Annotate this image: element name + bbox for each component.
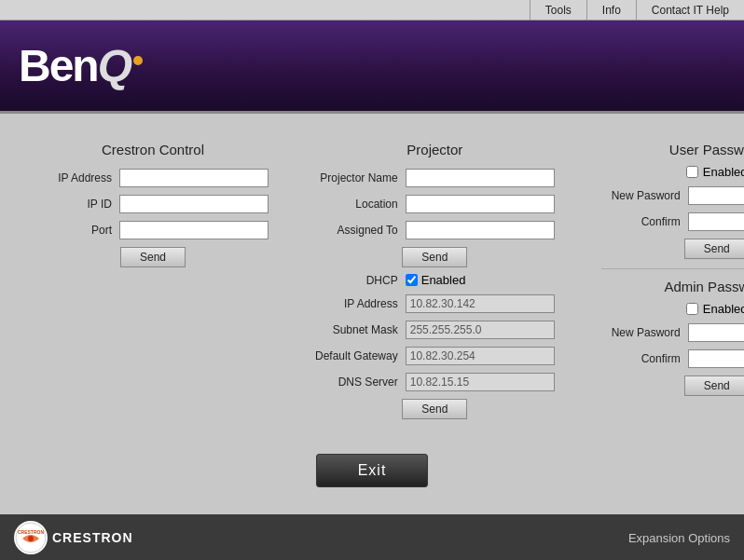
expansion-options-text: Expansion Options	[628, 531, 730, 545]
projector-name-input[interactable]	[406, 169, 555, 187]
proj-dns-label: DNS Server	[324, 376, 398, 389]
exit-area: Exit	[19, 444, 725, 496]
benq-logo: BenQ	[19, 40, 143, 91]
projector-title: Projector	[315, 142, 555, 157]
admin-password-title: Admin Password	[601, 279, 744, 294]
user-send-button[interactable]: Send	[684, 239, 744, 259]
crestron-panel: Crestron Control IP Address IP ID Port S…	[19, 132, 287, 444]
proj-ip-input[interactable]	[406, 294, 555, 313]
ip-address-label: IP Address	[37, 171, 112, 184]
proj-location-label: Location	[324, 198, 398, 211]
proj-dns-input[interactable]	[406, 373, 555, 391]
menu-contact-it[interactable]: Contact IT Help	[636, 0, 744, 20]
projector-location-input[interactable]	[406, 195, 555, 213]
user-password-title: User Password	[601, 142, 744, 157]
admin-newpw-input[interactable]	[688, 323, 744, 342]
projector-panel: Projector Projector Name Location Assign…	[296, 132, 573, 444]
crestron-port-input[interactable]	[119, 221, 269, 239]
proj-gateway-input[interactable]	[406, 347, 555, 365]
projector-send2-button[interactable]: Send	[402, 399, 467, 419]
ip-id-label: IP ID	[37, 198, 112, 211]
user-confirm-label: Confirm	[601, 215, 681, 228]
crestron-ip-input[interactable]	[119, 169, 269, 187]
dhcp-label: DHCP	[324, 274, 398, 287]
admin-enabled-label: Enabled	[703, 302, 744, 316]
admin-password-section: Admin Password Enabled New Pasword Confi…	[601, 279, 744, 396]
user-confirm-input[interactable]	[688, 212, 744, 231]
user-password-section: User Password Enabled New Pasword Confir…	[601, 142, 744, 259]
password-separator	[601, 268, 744, 269]
password-panel: User Password Enabled New Pasword Confir…	[583, 132, 744, 444]
top-menu-bar: Tools Info Contact IT Help	[0, 0, 744, 20]
proj-subnet-input[interactable]	[406, 321, 555, 339]
dhcp-checkbox[interactable]	[406, 274, 418, 286]
svg-point-2	[28, 536, 34, 541]
menu-tools[interactable]: Tools	[530, 0, 586, 20]
user-enabled-label: Enabled	[703, 165, 744, 179]
footer-logo-text: CRESTRON	[52, 530, 133, 545]
admin-newpw-label: New Pasword	[601, 326, 681, 339]
proj-assigned-label: Assigned To	[324, 224, 398, 237]
exit-button[interactable]: Exit	[316, 454, 428, 487]
proj-subnet-label: Subnet Mask	[324, 323, 398, 336]
dhcp-enabled-text: Enabled	[421, 273, 466, 287]
admin-enabled-checkbox[interactable]	[686, 303, 698, 315]
crestron-ipid-input[interactable]	[119, 195, 269, 213]
port-label: Port	[37, 224, 112, 237]
projector-send-button[interactable]: Send	[402, 247, 467, 267]
admin-confirm-label: Confirm	[601, 352, 681, 365]
user-newpw-label: New Pasword	[601, 189, 681, 202]
footer-logo: CRESTRON CRESTRON	[14, 521, 133, 554]
user-newpw-input[interactable]	[688, 186, 744, 205]
main-content: Crestron Control IP Address IP ID Port S…	[0, 114, 744, 514]
admin-confirm-input[interactable]	[688, 349, 744, 368]
svg-text:CRESTRON: CRESTRON	[18, 529, 44, 535]
menu-info[interactable]: Info	[586, 0, 636, 20]
footer: CRESTRON CRESTRON Expansion Options	[0, 514, 744, 560]
header: BenQ	[0, 20, 744, 114]
proj-ip-label: IP Address	[324, 297, 398, 310]
proj-name-label: Projector Name	[320, 171, 397, 184]
crestron-send-button[interactable]: Send	[120, 247, 186, 267]
user-enabled-checkbox[interactable]	[686, 166, 698, 178]
crestron-logo-icon: CRESTRON	[14, 521, 48, 554]
projector-assigned-input[interactable]	[406, 221, 555, 239]
proj-gateway-label: Default Gateway	[315, 349, 398, 362]
admin-send-button[interactable]: Send	[684, 376, 744, 396]
crestron-title: Crestron Control	[37, 142, 269, 157]
